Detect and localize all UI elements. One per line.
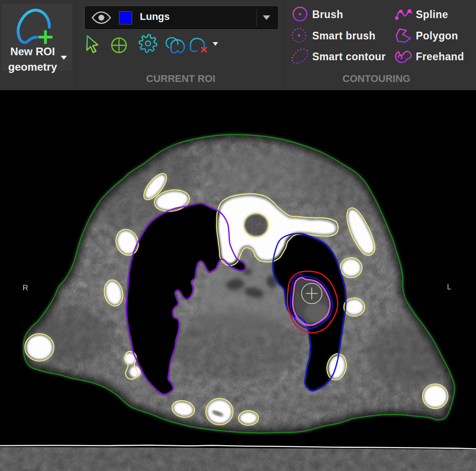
svg-text:R: R	[23, 284, 28, 292]
svg-text:L: L	[447, 283, 451, 291]
